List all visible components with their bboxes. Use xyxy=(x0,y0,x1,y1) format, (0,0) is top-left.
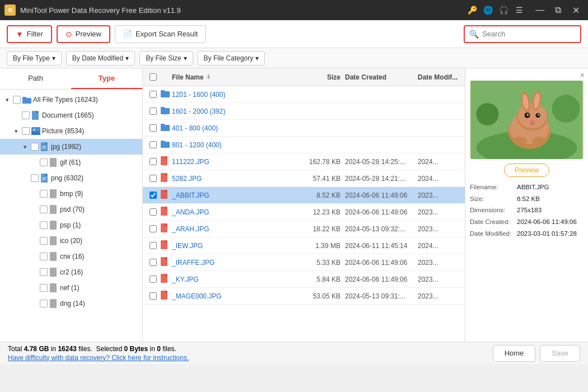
tree-item[interactable]: bmp (9) xyxy=(0,186,142,202)
expand-icon[interactable] xyxy=(30,237,38,245)
help-link[interactable]: Have difficulty with data recovery? Clic… xyxy=(8,354,189,362)
tree-checkbox[interactable] xyxy=(40,237,48,245)
headphone-icon[interactable]: 🎧 xyxy=(497,4,510,16)
row-checkbox[interactable] xyxy=(150,108,157,115)
tree-checkbox[interactable] xyxy=(40,300,48,307)
row-checkbox[interactable] xyxy=(150,141,157,148)
filter-file-category[interactable]: By File Category ▾ xyxy=(198,51,265,66)
tree-item[interactable]: psd (70) xyxy=(0,202,142,217)
row-checkbox[interactable] xyxy=(150,225,157,232)
tree-checkbox[interactable] xyxy=(40,284,48,292)
header-check[interactable] xyxy=(145,73,161,81)
expand-icon[interactable] xyxy=(30,158,38,166)
filter-button[interactable]: ▼ Filter xyxy=(7,25,52,43)
table-row[interactable]: _KY.JPG5.84 KB2024-06-06 11:49:062023... xyxy=(143,271,465,288)
minimize-button[interactable]: — xyxy=(532,2,548,18)
home-button[interactable]: Home xyxy=(493,345,536,362)
tab-path[interactable]: Path xyxy=(0,68,71,89)
row-checkbox[interactable] xyxy=(150,124,157,132)
row-created: 2024-06-06 11:49:06 xyxy=(345,192,418,199)
preview-close-button[interactable]: × xyxy=(580,71,585,80)
file-icon xyxy=(161,274,169,283)
filter-file-size[interactable]: By File Size ▾ xyxy=(139,51,193,66)
tree-item[interactable]: nef (1) xyxy=(0,280,142,296)
select-all-checkbox[interactable] xyxy=(150,73,157,81)
tree-checkbox[interactable] xyxy=(22,127,30,135)
row-checkbox[interactable] xyxy=(150,259,157,266)
table-row[interactable]: _ARAH.JPG18.22 KB2024-05-13 09:32:...202… xyxy=(143,221,465,237)
table-row[interactable]: 5282.JPG57.41 KB2024-05-28 14:21:...2024… xyxy=(143,170,465,187)
expand-icon[interactable]: ▾ xyxy=(3,96,11,104)
table-row[interactable]: 1601 - 2000 (392) xyxy=(143,103,465,120)
tree-checkbox[interactable] xyxy=(40,221,48,229)
table-row[interactable]: _ANDA.JPG12.23 KB2024-06-06 11:49:062023… xyxy=(143,204,465,221)
search-input[interactable] xyxy=(482,30,576,38)
tree-item[interactable]: crw (16) xyxy=(0,249,142,264)
row-checkbox[interactable] xyxy=(150,242,157,249)
filter-file-type[interactable]: By File Type ▾ xyxy=(7,51,62,66)
expand-icon[interactable] xyxy=(30,300,38,307)
expand-icon[interactable]: ▾ xyxy=(12,127,20,135)
tree-checkbox[interactable] xyxy=(40,158,48,166)
row-checkbox[interactable] xyxy=(150,192,157,199)
filter-date-modified[interactable]: By Date Modified ▾ xyxy=(66,51,135,66)
tree-item[interactable]: cr2 (16) xyxy=(0,264,142,280)
expand-icon[interactable] xyxy=(30,221,38,229)
tree-checkbox[interactable] xyxy=(31,143,39,151)
tree-item[interactable]: ▾jpg (1992) xyxy=(0,139,142,155)
row-checkbox[interactable] xyxy=(150,292,157,300)
tree-item[interactable]: dng (14) xyxy=(0,296,142,311)
expand-icon[interactable] xyxy=(21,174,29,182)
sort-icon[interactable]: ⬇ xyxy=(206,74,211,80)
header-filename[interactable]: File Name ⬇ xyxy=(172,73,295,81)
row-checkbox[interactable] xyxy=(150,175,157,182)
tree-checkbox[interactable] xyxy=(13,96,21,104)
header-created[interactable]: Date Created xyxy=(345,73,418,81)
expand-icon[interactable] xyxy=(30,268,38,276)
preview-button[interactable]: ⊙ Preview xyxy=(57,25,110,43)
tree-item[interactable]: gif (61) xyxy=(0,155,142,170)
tree-checkbox[interactable] xyxy=(40,206,48,213)
row-checkbox[interactable] xyxy=(150,208,157,216)
tree-item[interactable]: png (6302) xyxy=(0,170,142,186)
tree-item[interactable]: ico (20) xyxy=(0,233,142,249)
table-row[interactable]: 401 - 800 (400) xyxy=(143,120,465,137)
tree-item[interactable]: Document (1665) xyxy=(0,108,142,123)
row-filename: _MAGE000.JPG xyxy=(172,292,295,300)
save-button[interactable]: Save xyxy=(540,345,580,362)
tree-checkbox[interactable] xyxy=(40,268,48,276)
table-row[interactable]: 801 - 1200 (400) xyxy=(143,137,465,153)
tree-checkbox[interactable] xyxy=(31,174,39,182)
row-checkbox[interactable] xyxy=(150,91,157,98)
expand-icon[interactable] xyxy=(30,284,38,292)
key-icon[interactable]: 🔑 xyxy=(466,4,478,16)
tree-item[interactable]: ▾All File Types (16243) xyxy=(0,92,142,108)
tree-item[interactable]: ▾Picture (8534) xyxy=(0,123,142,139)
header-modified[interactable]: Date Modif... xyxy=(418,73,463,81)
table-row[interactable]: 1201 - 1600 (400) xyxy=(143,86,465,103)
tree-checkbox[interactable] xyxy=(22,111,30,119)
row-checkbox[interactable] xyxy=(150,158,157,165)
close-button[interactable]: ✕ xyxy=(568,2,584,18)
menu-icon[interactable]: ☰ xyxy=(513,4,525,16)
expand-icon[interactable] xyxy=(30,253,38,260)
row-checkbox[interactable] xyxy=(150,276,157,283)
preview-preview-button[interactable]: Preview xyxy=(504,164,549,177)
globe-icon[interactable]: 🌐 xyxy=(482,4,494,16)
table-row[interactable]: _IEW.JPG1.39 MB2024-06-11 11:45:142024..… xyxy=(143,237,465,254)
tree-checkbox[interactable] xyxy=(40,253,48,260)
table-row[interactable]: _MAGE000.JPG53.05 KB2024-05-13 09:31:...… xyxy=(143,288,465,305)
tree-checkbox[interactable] xyxy=(40,190,48,198)
expand-icon[interactable] xyxy=(30,190,38,198)
table-row[interactable]: _IRAFFE.JPG5.33 KB2024-06-06 11:49:06202… xyxy=(143,254,465,271)
export-button[interactable]: 📄 Export Scan Result xyxy=(115,25,206,43)
table-row[interactable]: 111222.JPG162.78 KB2024-05-28 14:25:...2… xyxy=(143,153,465,170)
expand-icon[interactable]: ▾ xyxy=(21,143,29,151)
tree-item[interactable]: psp (1) xyxy=(0,217,142,233)
expand-icon[interactable] xyxy=(30,206,38,213)
tab-type[interactable]: Type xyxy=(71,68,142,89)
table-row[interactable]: _ABBIT.JPG8.52 KB2024-06-06 11:49:062023… xyxy=(143,187,465,204)
expand-icon[interactable] xyxy=(12,111,20,119)
header-size[interactable]: Size xyxy=(295,73,345,81)
restore-button[interactable]: ⧉ xyxy=(550,2,566,18)
